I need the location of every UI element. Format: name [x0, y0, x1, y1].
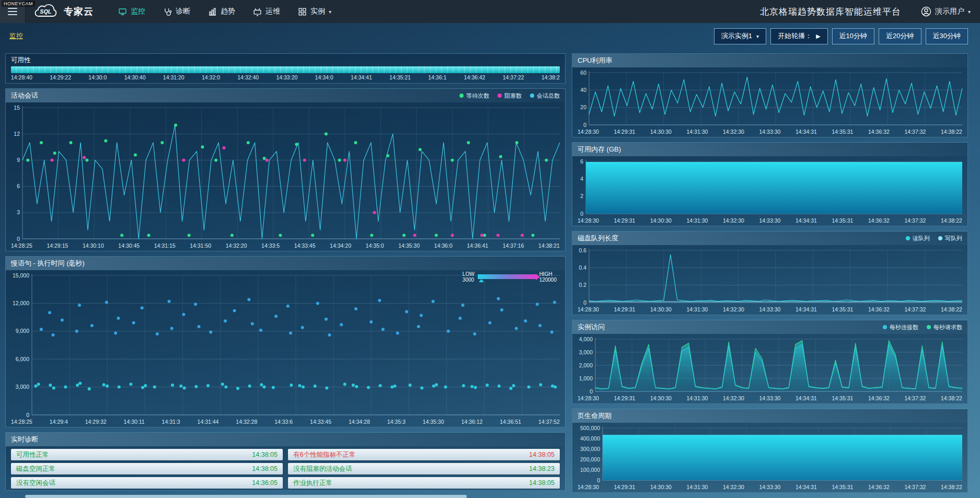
legend-high-label: HIGH [539, 271, 557, 277]
range-button-2[interactable]: 近20分钟 [879, 28, 921, 44]
range-button-3[interactable]: 近30分钟 [926, 28, 968, 44]
diagnosis-row[interactable]: 可用性正常14:38:05 [11, 449, 283, 460]
nav-item-label: 实例 [310, 7, 325, 16]
x-axis-label: 14:38:22 [941, 129, 962, 135]
svg-text:0: 0 [580, 211, 583, 217]
memory-chart: 0246 [572, 156, 967, 217]
active-sessions-chart: 03691215 [6, 102, 565, 242]
x-axis-label: 14:35:31 [832, 484, 854, 490]
subheader: 监控 演示实例1 ▾ 开始轮播： ▶ 近10分钟近20分钟近30分钟 [0, 23, 980, 49]
x-axis-label: 14:33:30 [759, 395, 781, 401]
legend-item[interactable]: 读队列 [906, 235, 930, 242]
x-axis-label: 14:34:31 [795, 217, 817, 224]
x-axis-label: 14:35:31 [832, 306, 854, 312]
carousel-button[interactable]: 开始轮播： ▶ [770, 28, 827, 44]
x-axis-label: 14:36:0 [434, 242, 453, 249]
diagnosis-row[interactable]: 没有阻塞的活动会话14:38:23 [288, 463, 560, 474]
diagnosis-row[interactable]: 没有空闲会话14:36:05 [11, 477, 283, 489]
horizontal-scrollbar[interactable] [25, 495, 467, 498]
svg-text:0.2: 0.2 [579, 282, 586, 288]
legend-dot [459, 94, 464, 98]
gradient-low-marker[interactable] [479, 279, 484, 282]
legend-low-label: LOW [463, 271, 475, 277]
x-axis-label: 14:32:30 [723, 306, 744, 312]
instance-select[interactable]: 演示实例1 ▾ [714, 28, 766, 44]
user-menu[interactable]: 演示用户 ▾ [921, 6, 971, 17]
availability-bar[interactable] [11, 66, 560, 73]
x-axis-label: 14:32:40 [237, 74, 259, 80]
legend-item[interactable]: 等待次数 [459, 92, 489, 100]
diagnosis-row[interactable]: 有6个性能指标不正常14:38:05 [288, 449, 560, 460]
legend-label: 读队列 [913, 235, 930, 242]
x-axis: 14:28:4014:29:2214:30:014:30:4014:31:201… [6, 74, 565, 83]
legend-item[interactable]: 阻塞数 [498, 92, 522, 100]
x-axis-label: 14:35:31 [832, 217, 854, 224]
slow-statements-chart: 03,0006,0009,00012,00015,000 [6, 270, 565, 418]
legend-item[interactable]: 会话总数 [530, 92, 560, 100]
gradient-legend: LOW 3000 HIGH 120000 [463, 271, 557, 283]
diagnosis-row[interactable]: 作业执行正常14:38:05 [288, 477, 560, 489]
x-axis-label: 14:35:30 [398, 242, 420, 249]
x-axis-label: 14:31:3 [162, 419, 180, 425]
user-icon [921, 6, 931, 17]
x-axis-label: 14:28:30 [578, 217, 599, 224]
diagnosis-grid: 可用性正常14:38:05有6个性能指标不正常14:38:05磁盘空间正常14:… [6, 446, 565, 491]
breadcrumb[interactable]: 监控 [9, 31, 23, 41]
x-axis: 14:28:2514:29:1514:30:1014:30:4514:31:15… [6, 242, 565, 251]
legend-dot [906, 236, 910, 240]
x-axis-label: 14:36:32 [868, 395, 890, 401]
cloud-logo-icon: SQL [32, 4, 60, 19]
range-button-1[interactable]: 近10分钟 [832, 28, 874, 44]
x-axis-label: 14:28:30 [578, 306, 599, 312]
nav-item-ops[interactable]: 运维 [244, 0, 289, 23]
x-axis-label: 14:29:15 [47, 242, 68, 249]
nav-item-trend[interactable]: 趋势 [199, 0, 244, 23]
svg-text:4: 4 [580, 176, 583, 182]
svg-text:60: 60 [580, 70, 586, 76]
x-axis-label: 14:30:30 [650, 217, 672, 224]
legend-item[interactable]: 写队列 [938, 235, 962, 242]
x-axis-label: 14:31:30 [687, 129, 708, 135]
x-axis-label: 14:29:31 [614, 129, 636, 135]
right-column: CPU利用率 0204060 14:28:3014:29:3114:30:301… [572, 53, 968, 493]
svg-text:300,000: 300,000 [580, 446, 600, 452]
diagnosis-row[interactable]: 磁盘空间正常14:38:05 [11, 463, 283, 474]
x-axis-label: 14:34:28 [349, 419, 370, 425]
x-axis-label: 14:31:15 [154, 242, 176, 249]
diagnosis-time: 14:38:05 [252, 451, 278, 458]
x-axis-label: 14:28:30 [578, 129, 599, 135]
chart-legend: 每秒连接数每秒请求数 [883, 323, 962, 331]
left-column: 可用性 14:28:4014:29:2214:30:014:30:4014:31… [5, 53, 566, 493]
panel-title: 实例访问 [578, 322, 605, 332]
page-life-panel: 页生命周期 0100,000200,000300,000400,000500,0… [572, 409, 968, 493]
x-axis-label: 14:28:25 [11, 419, 32, 425]
x-axis-label: 14:37:32 [905, 484, 926, 490]
x-axis-label: 14:34:41 [351, 74, 372, 80]
gradient-bar[interactable] [478, 274, 536, 279]
legend-dot [498, 94, 502, 98]
panel-title: CPU利用率 [578, 56, 612, 65]
nav-item-stethoscope[interactable]: 诊断 [154, 0, 199, 23]
nav-item-instance[interactable]: 实例▾ [289, 0, 340, 23]
x-axis-label: 14:36:1 [428, 74, 446, 80]
x-axis-label: 14:34:20 [330, 242, 351, 249]
x-axis-label: 14:31:30 [687, 306, 708, 312]
x-axis-label: 14:34:31 [795, 484, 817, 490]
gradient-high-marker[interactable] [536, 274, 540, 280]
nav-item-monitor[interactable]: 监控 [109, 0, 154, 23]
legend-dot [938, 236, 942, 240]
x-axis-label: 14:31:20 [163, 74, 185, 80]
x-axis-label: 14:33:30 [759, 484, 781, 490]
chevron-down-icon: ▾ [756, 33, 759, 39]
svg-text:9,000: 9,000 [16, 328, 29, 334]
legend-label: 等待次数 [466, 92, 489, 100]
svg-text:0: 0 [26, 412, 29, 418]
legend-item[interactable]: 每秒连接数 [883, 323, 918, 331]
svg-text:0: 0 [17, 236, 20, 242]
legend-dot [530, 94, 534, 98]
x-axis-label: 14:34:31 [795, 129, 817, 135]
legend-item[interactable]: 每秒请求数 [927, 323, 962, 331]
svg-text:6,000: 6,000 [16, 356, 29, 362]
brand-logo[interactable]: SQL 专家云 [26, 0, 104, 23]
chevron-down-icon: ▾ [968, 9, 971, 15]
